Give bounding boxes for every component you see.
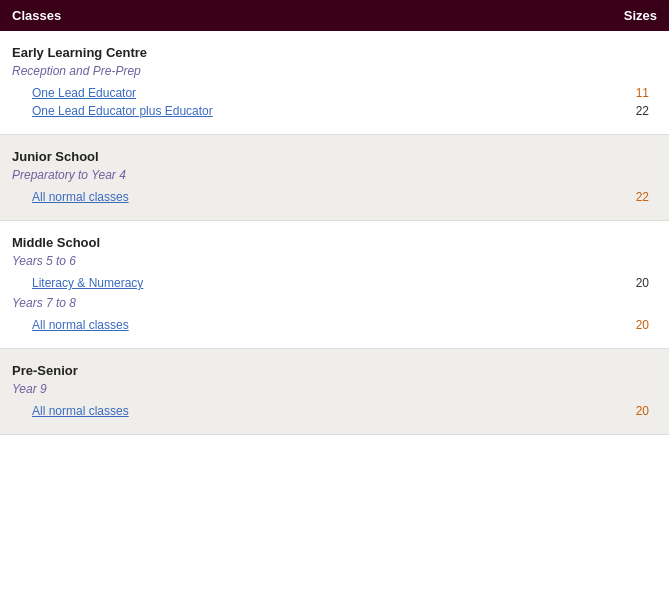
row-label[interactable]: One Lead Educator plus Educator: [32, 104, 213, 118]
row-label[interactable]: All normal classes: [32, 404, 129, 418]
row-value: 20: [617, 276, 657, 290]
table-row: One Lead Educator plus Educator22: [12, 102, 657, 120]
sizes-header-label: Sizes: [624, 8, 657, 23]
section-title-middle-school: Middle School: [12, 235, 657, 250]
table-row: All normal classes22: [12, 188, 657, 206]
row-value: 20: [617, 318, 657, 332]
row-label[interactable]: All normal classes: [32, 190, 129, 204]
table-row: One Lead Educator11: [12, 84, 657, 102]
section-junior-school: Junior SchoolPreparatory to Year 4All no…: [0, 135, 669, 221]
section-middle-school: Middle SchoolYears 5 to 6Literacy & Nume…: [0, 221, 669, 349]
section-early-learning: Early Learning CentreReception and Pre-P…: [0, 31, 669, 135]
row-value: 11: [617, 86, 657, 100]
subsection-title-years7to8: Years 7 to 8: [12, 296, 657, 310]
subsection-title-reception-prep: Reception and Pre-Prep: [12, 64, 657, 78]
section-pre-senior: Pre-SeniorYear 9All normal classes20: [0, 349, 669, 435]
table-row: Literacy & Numeracy20: [12, 274, 657, 292]
classes-header-label: Classes: [12, 8, 61, 23]
subsection-title-prep-year4: Preparatory to Year 4: [12, 168, 657, 182]
header: Classes Sizes: [0, 0, 669, 31]
section-title-junior-school: Junior School: [12, 149, 657, 164]
row-label[interactable]: All normal classes: [32, 318, 129, 332]
section-title-pre-senior: Pre-Senior: [12, 363, 657, 378]
row-value: 20: [617, 404, 657, 418]
subsection-title-year9: Year 9: [12, 382, 657, 396]
section-title-early-learning: Early Learning Centre: [12, 45, 657, 60]
subsection-title-years5to6: Years 5 to 6: [12, 254, 657, 268]
table-row: All normal classes20: [12, 402, 657, 420]
table-row: All normal classes20: [12, 316, 657, 334]
row-label[interactable]: One Lead Educator: [32, 86, 136, 100]
row-label[interactable]: Literacy & Numeracy: [32, 276, 143, 290]
row-value: 22: [617, 104, 657, 118]
row-value: 22: [617, 190, 657, 204]
